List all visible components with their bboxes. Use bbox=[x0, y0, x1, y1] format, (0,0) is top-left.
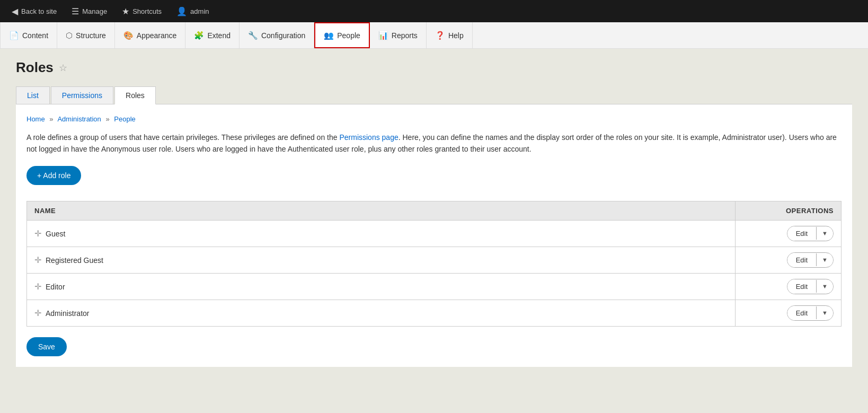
content-area: Home » Administration » People A role de… bbox=[16, 104, 852, 367]
page-title-row: Roles ☆ bbox=[16, 59, 852, 76]
nav-configuration[interactable]: 🔧 Configuration bbox=[240, 22, 314, 48]
user-icon: 👤 bbox=[176, 6, 187, 16]
role-name-cell: ✛Editor bbox=[27, 273, 736, 300]
breadcrumb-sep2: » bbox=[105, 115, 109, 123]
edit-btn-group: Edit▼ bbox=[787, 279, 834, 294]
nav-structure-label: Structure bbox=[76, 31, 106, 40]
role-name-cell: ✛Guest bbox=[27, 220, 736, 247]
content-icon: 📄 bbox=[9, 31, 19, 40]
nav-configuration-label: Configuration bbox=[261, 31, 305, 40]
nav-appearance[interactable]: 🎨 Appearance bbox=[115, 22, 186, 48]
nav-extend[interactable]: 🧩 Extend bbox=[185, 22, 240, 48]
save-button[interactable]: Save bbox=[26, 337, 67, 356]
back-to-site-btn[interactable]: ◀ Back to site bbox=[4, 0, 64, 22]
drag-handle-icon[interactable]: ✛ bbox=[34, 309, 41, 318]
main-nav: 📄 Content ⬡ Structure 🎨 Appearance 🧩 Ext… bbox=[0, 22, 868, 49]
table-row: ✛GuestEdit▼ bbox=[27, 220, 842, 247]
breadcrumb: Home » Administration » People bbox=[26, 115, 842, 123]
structure-icon: ⬡ bbox=[66, 31, 73, 40]
help-icon: ❓ bbox=[435, 31, 445, 40]
nav-appearance-label: Appearance bbox=[137, 31, 177, 40]
shortcuts-btn[interactable]: ★ Shortcuts bbox=[114, 0, 169, 22]
breadcrumb-people[interactable]: People bbox=[114, 115, 135, 123]
manage-btn[interactable]: ☰ Manage bbox=[64, 0, 114, 22]
table-row: ✛EditorEdit▼ bbox=[27, 273, 842, 300]
add-role-button[interactable]: + Add role bbox=[26, 166, 81, 185]
drag-handle-icon[interactable]: ✛ bbox=[34, 256, 41, 265]
tabs: List Permissions Roles bbox=[16, 86, 852, 104]
drag-handle-icon[interactable]: ✛ bbox=[34, 229, 41, 238]
nav-structure[interactable]: ⬡ Structure bbox=[57, 22, 115, 48]
role-operations-cell: Edit▼ bbox=[736, 273, 842, 300]
shortcuts-label: Shortcuts bbox=[132, 7, 162, 15]
roles-table: NAME OPERATIONS ✛GuestEdit▼✛Registered G… bbox=[26, 201, 842, 327]
edit-dropdown-button[interactable]: ▼ bbox=[816, 227, 833, 240]
edit-dropdown-button[interactable]: ▼ bbox=[816, 280, 833, 293]
nav-reports-label: Reports bbox=[392, 31, 418, 40]
page-content: Roles ☆ List Permissions Roles Home » Ad… bbox=[0, 49, 868, 413]
permissions-page-link[interactable]: Permissions page bbox=[339, 133, 398, 142]
table-body: ✛GuestEdit▼✛Registered GuestEdit▼✛Editor… bbox=[27, 220, 842, 326]
edit-btn-group: Edit▼ bbox=[787, 252, 834, 268]
nav-people-label: People bbox=[337, 31, 360, 40]
drag-handle-icon[interactable]: ✛ bbox=[34, 282, 41, 291]
nav-help[interactable]: ❓ Help bbox=[427, 22, 473, 48]
admin-label: admin bbox=[190, 7, 209, 15]
col-operations: OPERATIONS bbox=[736, 201, 842, 220]
nav-reports[interactable]: 📊 Reports bbox=[370, 22, 427, 48]
edit-dropdown-button[interactable]: ▼ bbox=[816, 306, 833, 319]
people-icon: 👥 bbox=[324, 31, 334, 40]
shortcuts-icon: ★ bbox=[122, 6, 129, 16]
back-icon: ◀ bbox=[12, 6, 18, 16]
nav-people[interactable]: 👥 People bbox=[314, 22, 370, 48]
manage-icon: ☰ bbox=[72, 6, 79, 16]
appearance-icon: 🎨 bbox=[123, 31, 134, 40]
page-title: Roles bbox=[16, 59, 54, 76]
table-row: ✛AdministratorEdit▼ bbox=[27, 300, 842, 326]
role-name: Registered Guest bbox=[46, 256, 103, 265]
role-name: Administrator bbox=[46, 309, 89, 318]
page-description: A role defines a group of users that hav… bbox=[26, 131, 842, 155]
role-name-cell: ✛Registered Guest bbox=[27, 247, 736, 273]
breadcrumb-sep1: » bbox=[49, 115, 53, 123]
manage-label: Manage bbox=[82, 7, 107, 15]
nav-content[interactable]: 📄 Content bbox=[0, 22, 57, 48]
edit-role-button[interactable]: Edit bbox=[787, 226, 816, 241]
tab-roles[interactable]: Roles bbox=[114, 86, 156, 104]
back-to-site-label: Back to site bbox=[21, 7, 57, 15]
edit-btn-group: Edit▼ bbox=[787, 305, 834, 321]
col-name: NAME bbox=[27, 201, 736, 220]
edit-btn-group: Edit▼ bbox=[787, 226, 834, 241]
admin-bar: ◀ Back to site ☰ Manage ★ Shortcuts 👤 ad… bbox=[0, 0, 868, 22]
tab-permissions[interactable]: Permissions bbox=[51, 86, 113, 104]
favorite-icon[interactable]: ☆ bbox=[59, 62, 67, 74]
table-header-row: NAME OPERATIONS bbox=[27, 201, 842, 220]
role-name-cell: ✛Administrator bbox=[27, 300, 736, 326]
table-row: ✛Registered GuestEdit▼ bbox=[27, 247, 842, 273]
role-operations-cell: Edit▼ bbox=[736, 220, 842, 247]
edit-role-button[interactable]: Edit bbox=[787, 279, 816, 294]
role-name: Editor bbox=[46, 283, 65, 291]
role-name: Guest bbox=[46, 230, 65, 238]
role-operations-cell: Edit▼ bbox=[736, 300, 842, 326]
edit-role-button[interactable]: Edit bbox=[787, 253, 816, 267]
admin-user-btn[interactable]: 👤 admin bbox=[169, 0, 216, 22]
tab-list[interactable]: List bbox=[16, 86, 50, 104]
role-operations-cell: Edit▼ bbox=[736, 247, 842, 273]
breadcrumb-administration[interactable]: Administration bbox=[57, 115, 101, 123]
edit-role-button[interactable]: Edit bbox=[787, 306, 816, 320]
extend-icon: 🧩 bbox=[194, 31, 204, 40]
configuration-icon: 🔧 bbox=[248, 31, 258, 40]
table-head: NAME OPERATIONS bbox=[27, 201, 842, 220]
nav-content-label: Content bbox=[22, 31, 48, 40]
nav-extend-label: Extend bbox=[207, 31, 231, 40]
edit-dropdown-button[interactable]: ▼ bbox=[816, 253, 833, 266]
nav-help-label: Help bbox=[448, 31, 464, 40]
reports-icon: 📊 bbox=[378, 31, 388, 40]
breadcrumb-home[interactable]: Home bbox=[26, 115, 45, 123]
